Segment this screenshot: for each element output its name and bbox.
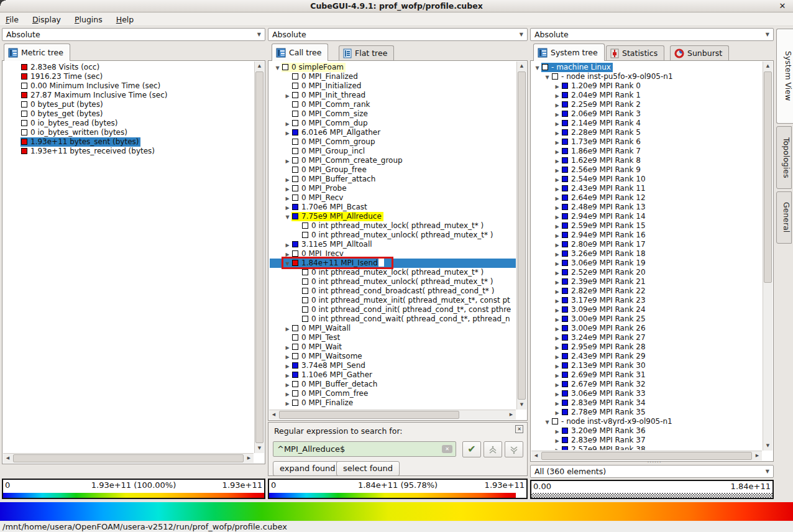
tree-item[interactable]: 1.93e+11 bytes_sent (bytes)	[21, 137, 140, 147]
select-found-button[interactable]: select found	[336, 461, 400, 476]
tree-row[interactable]: 2.39e9 MPI Rank 21	[532, 277, 762, 287]
scroll-right-icon[interactable]: ▶	[507, 410, 516, 420]
expander-closed-icon[interactable]	[553, 446, 561, 450]
tree-row[interactable]: 0 MPI_Group_free	[270, 165, 516, 175]
side-tab-topologies[interactable]: Topologies	[776, 126, 792, 189]
expander-closed-icon[interactable]	[553, 380, 561, 390]
tree-row[interactable]: 1.93e+11 bytes_sent (bytes)	[4, 137, 254, 147]
expander-closed-icon[interactable]	[553, 399, 561, 408]
tree-row[interactable]: 1.93e+11 bytes_received (bytes)	[4, 147, 254, 156]
tree-row[interactable]: 0 MPI_Comm_free	[270, 389, 516, 398]
tree-row[interactable]: 2.25e9 MPI Rank 2	[532, 100, 762, 109]
tree-row[interactable]: 0 MPI_Recv	[270, 193, 516, 203]
tab-statistics[interactable]: Statistics	[606, 45, 664, 60]
tree-row[interactable]: - node inst-v8yrd-x9-ol905-n1	[532, 417, 762, 426]
menu-display[interactable]: Display	[27, 13, 66, 26]
scroll-left-icon[interactable]: ◀	[531, 451, 541, 461]
tree-row[interactable]: 2.43e9 MPI Rank 29	[532, 352, 762, 361]
tree-item[interactable]: 2.39e9 MPI Rank 21	[561, 277, 648, 287]
menu-plugins[interactable]: Plugins	[69, 13, 108, 26]
tree-row[interactable]: 2.83e8 Visits (occ)	[4, 63, 254, 72]
tree-item[interactable]: 2.48e9 MPI Rank 13	[561, 203, 648, 212]
scrollbar-handle[interactable]	[255, 71, 264, 443]
expander-closed-icon[interactable]	[553, 147, 561, 157]
tree-row[interactable]: 0.00 Minimum Inclusive Time (sec)	[4, 81, 254, 91]
tree-item[interactable]: 3.74e8 MPI_Send	[291, 361, 367, 370]
tree-row[interactable]: 0 MPI_Probe	[270, 184, 516, 193]
tree-row[interactable]: 3.00e9 MPI Rank 26	[532, 324, 762, 333]
tree-item[interactable]: 0.00 Minimum Inclusive Time (sec)	[21, 81, 162, 91]
expander-closed-icon[interactable]	[553, 185, 561, 194]
tree-row[interactable]: 2.78e9 MPI Rank 35	[532, 408, 762, 417]
expander-open-icon[interactable]	[533, 63, 541, 73]
tree-row[interactable]: 3.11e5 MPI_Alltoall	[270, 240, 516, 249]
close-icon[interactable]: ✕	[515, 425, 523, 433]
splitter-handle[interactable]: ······	[646, 461, 662, 464]
expand-found-button[interactable]: expand found	[273, 461, 342, 476]
menu-help[interactable]: Help	[111, 13, 140, 26]
tree-item[interactable]: 0 MPI_Comm_group	[291, 137, 377, 147]
metric-horizontal-scrollbar[interactable]: ◀ ▶	[3, 453, 254, 463]
tree-item[interactable]: 0 MPI_Comm_size	[291, 109, 370, 119]
tree-item[interactable]: 2.52e9 MPI Rank 20	[561, 268, 648, 277]
tree-item[interactable]: 0 int pthread_mutex_lock( pthread_mutex_…	[301, 268, 485, 277]
search-confirm-button[interactable]: ✔	[462, 441, 481, 457]
tree-item[interactable]: 0 MPI_Group_incl	[291, 147, 367, 156]
expander-closed-icon[interactable]	[283, 119, 291, 129]
expander-closed-icon[interactable]	[553, 138, 561, 147]
expander-closed-icon[interactable]	[553, 278, 561, 287]
expander-closed-icon[interactable]	[553, 91, 561, 101]
tree-item[interactable]: 1.93e+11 bytes_received (bytes)	[21, 147, 157, 156]
expander-closed-icon[interactable]	[283, 371, 291, 380]
tree-row[interactable]: 0 int pthread_cond_broadcast( pthread_co…	[270, 287, 516, 296]
expander-closed-icon[interactable]	[553, 231, 561, 241]
tree-row[interactable]: 0 int pthread_mutex_unlock( pthread_mute…	[270, 231, 516, 240]
tree-row[interactable]: 2.48e9 MPI Rank 13	[532, 203, 762, 212]
tree-row[interactable]: 3.24e9 MPI Rank 27	[532, 333, 762, 342]
tree-row[interactable]: 2.06e9 MPI Rank 3	[532, 109, 762, 119]
tree-item[interactable]: 0 int pthread_cond_broadcast( pthread_co…	[301, 287, 496, 296]
tree-row[interactable]: 0 MPI_Wait	[270, 342, 516, 352]
tree-row[interactable]: 2.67e9 MPI Rank 32	[532, 380, 762, 389]
tree-item[interactable]: 2.95e9 MPI Rank 28	[561, 342, 648, 352]
tree-item[interactable]: 0 io_bytes_written (bytes)	[21, 128, 129, 137]
tab-sunburst[interactable]: Sunburst	[670, 45, 729, 60]
tree-row[interactable]: 1.73e9 MPI Rank 6	[532, 137, 762, 147]
tree-row[interactable]: 1.70e6 MPI_Bcast	[270, 203, 516, 212]
tree-item[interactable]: 1.84e+11 MPI_Isend	[291, 259, 386, 268]
search-next-button[interactable]	[505, 441, 523, 457]
search-input[interactable]: ^MPI_Allreduce$ ✕	[273, 441, 456, 457]
tree-row[interactable]: 2.04e9 MPI Rank 1	[532, 91, 762, 100]
tree-item[interactable]: 3.20e9 MPI Rank 36	[561, 426, 648, 436]
scroll-down-icon[interactable]: ▼	[517, 400, 526, 410]
tree-item[interactable]: 0 io_bytes_read (bytes)	[21, 119, 119, 128]
system-filter-combobox[interactable]: All (360 elements)▼	[530, 465, 774, 478]
expander-closed-icon[interactable]	[283, 203, 291, 213]
expander-closed-icon[interactable]	[553, 315, 561, 324]
expander-closed-icon[interactable]	[283, 399, 291, 408]
expander-closed-icon[interactable]	[553, 408, 561, 418]
expander-closed-icon[interactable]	[283, 241, 291, 250]
tree-row[interactable]: 0 MPI_Finalized	[270, 72, 516, 81]
tree-item[interactable]: 0 MPI_Waitall	[291, 324, 352, 333]
tree-row[interactable]: 0 THREADS	[270, 408, 516, 409]
expander-closed-icon[interactable]	[553, 82, 561, 91]
tree-row[interactable]: 2.43e9 MPI Rank 11	[532, 184, 762, 193]
call-horizontal-scrollbar[interactable]: ◀ ▶	[269, 410, 516, 420]
tree-item[interactable]: 2.69e9 MPI Rank 31	[561, 370, 648, 380]
tree-item[interactable]: 0 MPI_Irecv	[291, 249, 346, 259]
tree-row[interactable]: 3.26e9 MPI Rank 18	[532, 249, 762, 259]
tree-item[interactable]: 2.06e9 MPI Rank 3	[561, 109, 643, 119]
tree-row[interactable]: 3.74e8 MPI_Send	[270, 361, 516, 370]
tab-system-tree[interactable]: System tree	[533, 44, 605, 61]
tree-item[interactable]: 2.56e9 MPI Rank 9	[561, 165, 643, 175]
tree-row[interactable]: 0 int pthread_mutex_unlock( pthread_mute…	[270, 277, 516, 287]
tree-item[interactable]: 2.28e9 MPI Rank 5	[561, 128, 643, 137]
tree-row[interactable]: 2.94e9 MPI Rank 16	[532, 231, 762, 240]
tree-item[interactable]: 1.20e9 MPI Rank 0	[561, 81, 643, 91]
tree-row[interactable]: 1.84e+11 MPI_Isend	[270, 259, 516, 268]
tree-row[interactable]: 0 int pthread_mutex_init( pthread_mutex_…	[270, 296, 516, 305]
tab-call-tree[interactable]: Call tree	[272, 44, 328, 61]
expander-closed-icon[interactable]	[553, 194, 561, 203]
tab-metric-tree[interactable]: Metric tree	[4, 44, 70, 61]
